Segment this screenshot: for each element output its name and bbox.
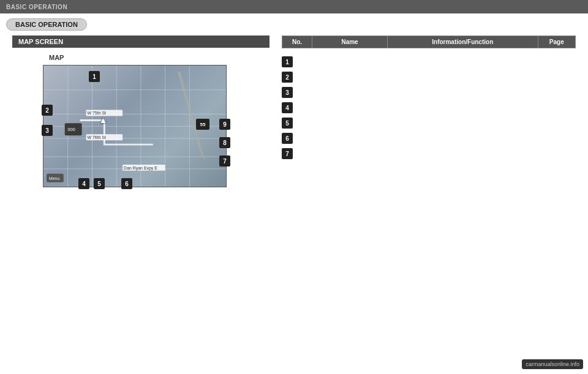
badge-8: 8	[219, 137, 230, 148]
content-wrapper: MAP SCREEN MAP	[6, 36, 582, 206]
svg-text:W 76th St: W 76th St	[88, 135, 107, 140]
top-bar: BASIC OPERATION	[0, 0, 588, 13]
badge-9: 9	[219, 119, 230, 130]
badge-2: 2	[42, 105, 53, 116]
row-items: 1 2 3 4 5	[282, 56, 576, 159]
badge-5: 5	[94, 178, 105, 189]
right-panel: No. Name Information/Function Page 1 2	[282, 36, 576, 206]
col-header-info: Information/Function	[387, 36, 538, 48]
svg-text:Menu: Menu	[49, 176, 59, 181]
row-badge-4: 4	[282, 102, 293, 113]
section-header: BASIC OPERATION	[6, 18, 87, 31]
row-badge-7: 7	[282, 148, 293, 159]
list-item: 5	[282, 117, 576, 129]
svg-text:Dan Ryan Expy E: Dan Ryan Expy E	[124, 166, 157, 171]
map-container: W 75th St W 76th St Dan Ryan Expy E Menu…	[24, 65, 251, 206]
row-badge-3: 3	[282, 87, 293, 98]
map-title: MAP	[49, 54, 270, 61]
row-badge-2: 2	[282, 72, 293, 83]
badge-7: 7	[219, 155, 230, 166]
info-table: No. Name Information/Function Page	[282, 36, 576, 48]
top-bar-title: BASIC OPERATION	[6, 4, 67, 10]
badge-3: 3	[42, 125, 53, 136]
badge-1: 1	[89, 71, 100, 82]
left-panel: MAP SCREEN MAP	[12, 36, 270, 206]
list-item: 4	[282, 102, 576, 113]
col-header-page: Page	[538, 36, 575, 48]
row-badge-5: 5	[282, 118, 293, 129]
col-header-name: Name	[312, 36, 388, 48]
list-item: 3	[282, 86, 576, 98]
row-badge-6: 6	[282, 133, 293, 144]
row-badge-1: 1	[282, 56, 293, 67]
svg-text:300: 300	[67, 127, 76, 132]
svg-text:▲: ▲	[99, 115, 107, 125]
col-header-no: No.	[282, 36, 312, 48]
badge-4: 4	[78, 178, 89, 189]
list-item: 6	[282, 132, 576, 144]
main-content: BASIC OPERATION MAP SCREEN MAP	[0, 13, 588, 211]
list-item: 1	[282, 56, 576, 67]
badge-55: 55	[196, 119, 209, 130]
list-item: 2	[282, 71, 576, 83]
watermark: carmanualsonline.info	[522, 359, 583, 369]
badge-6: 6	[121, 178, 132, 189]
list-item: 7	[282, 148, 576, 159]
map-screen-label: MAP SCREEN	[12, 36, 270, 48]
